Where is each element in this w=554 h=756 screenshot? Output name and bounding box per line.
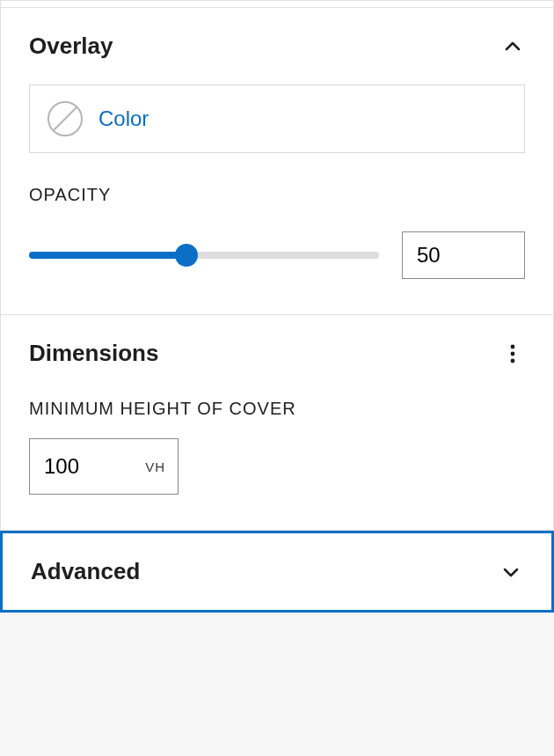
- overlay-section-title: Overlay: [29, 33, 113, 60]
- advanced-section-header[interactable]: Advanced: [0, 531, 554, 613]
- panel-top-edge: [0, 0, 554, 7]
- svg-point-2: [511, 358, 515, 363]
- no-color-icon: [47, 101, 83, 136]
- opacity-slider-thumb[interactable]: [175, 244, 198, 267]
- chevron-down-icon: [499, 560, 523, 584]
- opacity-input[interactable]: [402, 231, 525, 279]
- opacity-label: OPACITY: [29, 185, 525, 205]
- overlay-color-button[interactable]: Color: [29, 84, 525, 153]
- min-height-input-wrapper: VH: [29, 438, 179, 495]
- dimensions-section-title: Dimensions: [29, 340, 158, 367]
- dimensions-section: Dimensions MINIMUM HEIGHT OF COVER VH: [1, 315, 553, 530]
- overlay-section: Overlay Color OPACITY: [1, 8, 553, 315]
- opacity-control-row: [29, 231, 525, 279]
- opacity-slider[interactable]: [29, 252, 379, 259]
- svg-point-0: [511, 344, 515, 349]
- overlay-color-label: Color: [98, 106, 149, 131]
- min-height-row: VH: [29, 438, 525, 495]
- min-height-input[interactable]: [30, 454, 145, 479]
- svg-point-1: [511, 351, 515, 356]
- dimensions-section-header[interactable]: Dimensions: [29, 340, 525, 367]
- min-height-label: MINIMUM HEIGHT OF COVER: [29, 399, 525, 419]
- opacity-slider-fill: [29, 252, 186, 259]
- overlay-section-header[interactable]: Overlay: [29, 33, 525, 60]
- settings-panel: Overlay Color OPACITY Dimensions: [0, 7, 554, 531]
- more-options-icon[interactable]: [500, 341, 525, 366]
- min-height-unit[interactable]: VH: [145, 459, 178, 474]
- advanced-section-title: Advanced: [31, 558, 140, 585]
- chevron-up-icon: [500, 34, 525, 59]
